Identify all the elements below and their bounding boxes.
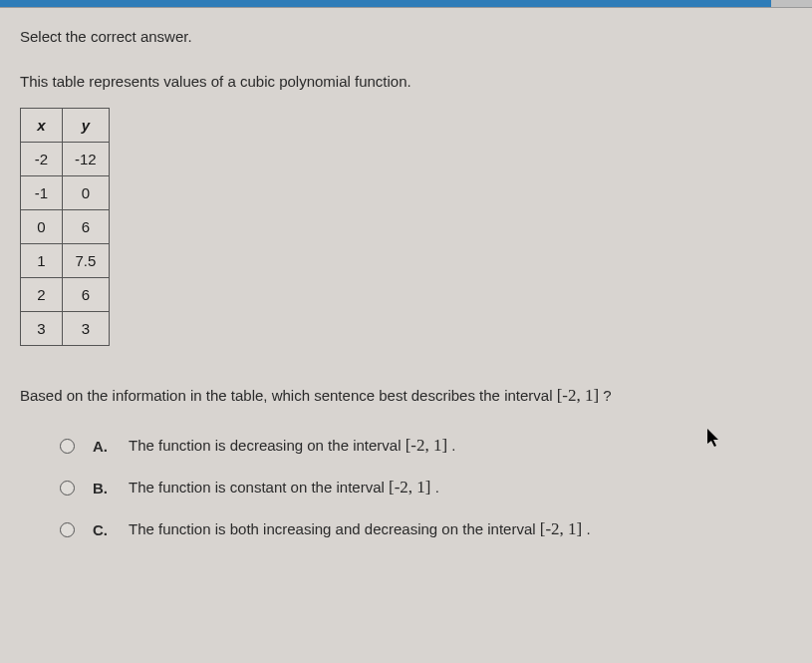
header-x: x: [21, 109, 63, 143]
option-a[interactable]: A. The function is decreasing on the int…: [60, 436, 792, 456]
table-row: 0 6: [21, 210, 110, 244]
cell-y: -12: [63, 143, 110, 176]
cell-x: 0: [21, 210, 63, 244]
radio-icon[interactable]: [60, 481, 75, 496]
question-interval: [-2, 1]: [557, 386, 599, 405]
cell-y: 7.5: [63, 244, 110, 278]
cell-x: 1: [21, 244, 63, 278]
cell-y: 6: [63, 210, 110, 244]
option-interval: [-2, 1]: [406, 436, 447, 455]
option-text-suffix: .: [430, 479, 438, 496]
option-text: The function is decreasing on the interv…: [129, 436, 456, 456]
top-bar: [0, 0, 812, 8]
option-interval: [-2, 1]: [540, 519, 582, 538]
radio-icon[interactable]: [60, 522, 75, 537]
radio-icon[interactable]: [60, 439, 75, 454]
header-y: y: [63, 109, 110, 143]
option-label: A.: [93, 438, 111, 455]
content-area: Select the correct answer. This table re…: [0, 8, 812, 539]
option-label: B.: [93, 480, 111, 497]
table-row: -2 -12: [21, 143, 110, 176]
option-text: The function is constant on the interval…: [129, 478, 439, 497]
option-text-suffix: .: [447, 437, 455, 454]
option-label: C.: [93, 521, 111, 538]
cell-y: 3: [63, 312, 110, 346]
cell-x: 2: [21, 278, 63, 312]
table-header-row: x y: [21, 109, 110, 143]
option-text-suffix: .: [582, 520, 590, 537]
options-list: A. The function is decreasing on the int…: [20, 436, 792, 539]
cell-x: -1: [21, 176, 63, 210]
description-text: This table represents values of a cubic …: [20, 73, 792, 90]
cell-y: 6: [63, 278, 110, 312]
data-table: x y -2 -12 -1 0 0 6 1 7.5 2 6 3 3: [20, 108, 110, 346]
table-row: 1 7.5: [21, 244, 110, 278]
table-row: -1 0: [21, 176, 110, 210]
table-row: 3 3: [21, 312, 110, 346]
question-prefix: Based on the information in the table, w…: [20, 387, 557, 404]
table-row: 2 6: [21, 278, 110, 312]
option-text: The function is both increasing and decr…: [129, 519, 591, 539]
option-c[interactable]: C. The function is both increasing and d…: [60, 519, 792, 539]
instruction-text: Select the correct answer.: [20, 28, 792, 45]
cell-y: 0: [63, 176, 110, 210]
option-text-prefix: The function is decreasing on the interv…: [129, 437, 406, 454]
cell-x: -2: [21, 143, 63, 176]
option-text-prefix: The function is both increasing and decr…: [129, 520, 540, 537]
option-text-prefix: The function is constant on the interval: [129, 479, 389, 496]
question-suffix: ?: [599, 387, 612, 404]
option-interval: [-2, 1]: [389, 478, 430, 497]
cell-x: 3: [21, 312, 63, 346]
option-b[interactable]: B. The function is constant on the inter…: [60, 478, 792, 497]
question-text: Based on the information in the table, w…: [20, 386, 792, 406]
